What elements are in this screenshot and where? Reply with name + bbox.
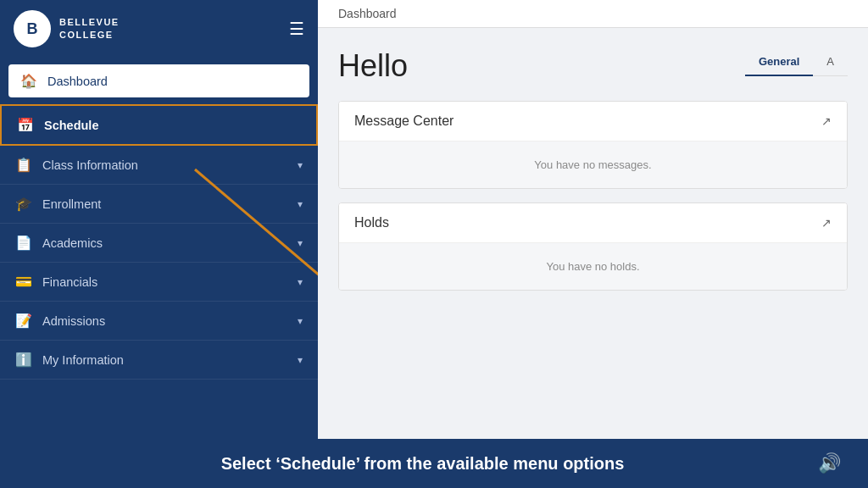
tabs: General A <box>745 48 848 76</box>
tab-general[interactable]: General <box>745 48 813 76</box>
class-info-icon: 📋 <box>15 157 32 173</box>
top-bar: Dashboard <box>318 0 868 28</box>
holds-title: Holds <box>354 215 389 230</box>
topbar-label: Dashboard <box>338 7 397 20</box>
hamburger-icon[interactable]: ☰ <box>289 19 304 39</box>
chevron-down-icon: ▾ <box>298 159 303 171</box>
holds-body: You have no holds. <box>339 242 847 290</box>
sidebar-item-my-information[interactable]: ℹ️ My Information ▾ <box>0 341 318 380</box>
card-header: Holds ↗ <box>339 203 847 242</box>
tab-a[interactable]: A <box>813 48 848 76</box>
bottom-bar: Select ‘Schedule’ from the available men… <box>0 439 868 488</box>
admissions-icon: 📝 <box>15 313 32 329</box>
chevron-down-icon: ▾ <box>298 276 303 288</box>
logo-area: B BELLEVUE COLLEGE <box>14 10 120 47</box>
external-link-icon[interactable]: ↗ <box>821 216 832 230</box>
sidebar-header: B BELLEVUE COLLEGE ☰ <box>0 0 318 58</box>
sidebar-item-financials[interactable]: 💳 Financials ▾ <box>0 263 318 302</box>
content-area: Hello General A Message Center ↗ Yo <box>318 28 868 439</box>
sidebar-item-enrollment[interactable]: 🎓 Enrollment ▾ <box>0 185 318 224</box>
hello-section: Hello General A <box>338 48 848 84</box>
financials-icon: 💳 <box>15 274 32 290</box>
holds-card: Holds ↗ You have no holds. <box>338 202 848 291</box>
sidebar-item-admissions[interactable]: 📝 Admissions ▾ <box>0 302 318 341</box>
sidebar: B BELLEVUE COLLEGE ☰ 🏠 Dashboard 📅 <box>0 0 318 439</box>
chevron-down-icon: ▾ <box>298 315 303 327</box>
sidebar-item-class-information[interactable]: 📋 Class Information ▾ <box>0 146 318 185</box>
hello-title: Hello <box>338 48 408 84</box>
sidebar-item-label: Schedule <box>44 119 98 132</box>
card-header: Message Center ↗ <box>339 102 847 141</box>
enrollment-icon: 🎓 <box>15 196 32 212</box>
chevron-down-icon: ▾ <box>298 198 303 210</box>
external-link-icon[interactable]: ↗ <box>821 114 832 128</box>
message-center-title: Message Center <box>354 114 453 129</box>
message-center-body: You have no messages. <box>339 141 847 188</box>
main-content: Dashboard Hello General A Message Center <box>318 0 868 439</box>
home-icon: 🏠 <box>20 73 37 89</box>
logo-letter: B <box>27 20 38 38</box>
sidebar-item-label: Dashboard <box>47 75 108 88</box>
chevron-down-icon: ▾ <box>298 354 303 366</box>
academics-icon: 📄 <box>15 235 32 251</box>
bottom-bar-text: Select ‘Schedule’ from the available men… <box>27 454 818 474</box>
sidebar-item-dashboard[interactable]: 🏠 Dashboard <box>8 64 309 97</box>
sidebar-item-label: Admissions <box>42 314 105 328</box>
sidebar-item-schedule[interactable]: 📅 Schedule <box>0 104 318 146</box>
nav-items: 🏠 Dashboard 📅 Schedule 📋 Class Informati… <box>0 58 318 380</box>
schedule-icon: 📅 <box>17 117 34 133</box>
chevron-down-icon: ▾ <box>298 237 303 249</box>
logo-circle: B <box>14 10 51 47</box>
my-info-icon: ℹ️ <box>15 352 32 368</box>
sidebar-item-label: Class Information <box>42 158 138 172</box>
sidebar-item-label: Enrollment <box>42 197 101 211</box>
sidebar-item-academics[interactable]: 📄 Academics ▾ <box>0 224 318 263</box>
sidebar-item-label: My Information <box>42 353 124 367</box>
speaker-icon[interactable]: 🔊 <box>818 452 841 474</box>
message-center-card: Message Center ↗ You have no messages. <box>338 101 848 189</box>
sidebar-item-label: Academics <box>42 236 103 250</box>
logo-text: BELLEVUE COLLEGE <box>59 16 120 42</box>
sidebar-item-label: Financials <box>42 275 97 289</box>
